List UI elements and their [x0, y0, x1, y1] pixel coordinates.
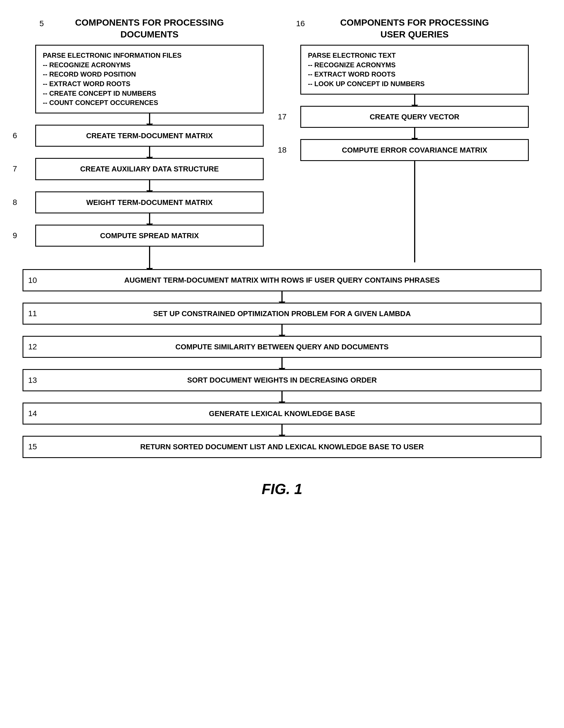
step17-label: 17 [278, 112, 287, 121]
full-width-section: 10 AUGMENT TERM-DOCUMENT MATRIX WITH ROW… [23, 269, 541, 458]
right-col-label: 16 [296, 19, 305, 28]
step8-label: 8 [13, 198, 17, 207]
arrow-11-12 [281, 325, 283, 336]
step11-box: SET UP CONSTRAINED OPTIMIZATION PROBLEM … [23, 303, 541, 325]
step12-label: 12 [28, 342, 37, 351]
step13-label: 13 [28, 376, 37, 385]
step10-wrapper: 10 AUGMENT TERM-DOCUMENT MATRIX WITH ROW… [23, 269, 541, 291]
left-box1-wrapper: PARSE ELECTRONIC INFORMATION FILES-- REC… [35, 45, 264, 113]
step7-wrapper: 7 CREATE AUXILIARY DATA STRUCTURE [35, 158, 264, 180]
arrow-left-1 [149, 113, 150, 125]
step10-box: AUGMENT TERM-DOCUMENT MATRIX WITH ROWS I… [23, 269, 541, 291]
step14-wrapper: 14 GENERATE LEXICAL KNOWLEDGE BASE [23, 403, 541, 425]
right-box1-wrapper: PARSE ELECTRONIC TEXT-- RECOGNIZE ACRONY… [300, 45, 529, 94]
arrow-left-4 [149, 213, 150, 225]
step11-wrapper: 11 SET UP CONSTRAINED OPTIMIZATION PROBL… [23, 303, 541, 325]
step18-wrapper: 18 COMPUTE ERROR COVARIANCE MATRIX [300, 139, 529, 161]
step8-box: WEIGHT TERM-DOCUMENT MATRIX [35, 191, 264, 213]
step6-wrapper: 6 CREATE TERM-DOCUMENT MATRIX [35, 125, 264, 147]
arrow-10-11 [281, 291, 283, 303]
step14-label: 14 [28, 409, 37, 418]
two-column-section: 5 COMPONENTS FOR PROCESSINGDOCUMENTS PAR… [23, 17, 541, 269]
left-column: 5 COMPONENTS FOR PROCESSINGDOCUMENTS PAR… [23, 17, 282, 269]
figure-caption: FIG. 1 [23, 481, 541, 497]
left-box1: PARSE ELECTRONIC INFORMATION FILES-- REC… [35, 45, 264, 113]
step12-wrapper: 12 COMPUTE SIMILARITY BETWEEN QUERY AND … [23, 336, 541, 358]
step18-label: 18 [278, 146, 287, 155]
step8-wrapper: 8 WEIGHT TERM-DOCUMENT MATRIX [35, 191, 264, 213]
right-column-title: COMPONENTS FOR PROCESSINGUSER QUERIES [313, 17, 516, 40]
left-column-title: COMPONENTS FOR PROCESSINGDOCUMENTS [48, 17, 251, 40]
step13-box: SORT DOCUMENT WEIGHTS IN DECREASING ORDE… [23, 369, 541, 391]
step6-label: 6 [13, 131, 17, 140]
step6-box: CREATE TERM-DOCUMENT MATRIX [35, 125, 264, 147]
right-box1: PARSE ELECTRONIC TEXT-- RECOGNIZE ACRONY… [300, 45, 529, 94]
arrow-left-3 [149, 180, 150, 191]
arrow-12-13 [281, 358, 283, 369]
step15-label: 15 [28, 442, 37, 451]
right-column: 16 COMPONENTS FOR PROCESSINGUSER QUERIES… [282, 17, 541, 269]
arrow-left-5 [149, 247, 150, 269]
left-col-label: 5 [39, 19, 44, 28]
step15-wrapper: 15 RETURN SORTED DOCUMENT LIST AND LEXIC… [23, 436, 541, 458]
arrow-13-14 [281, 391, 283, 403]
step17-wrapper: 17 CREATE QUERY VECTOR [300, 106, 529, 128]
step9-wrapper: 9 COMPUTE SPREAD MATRIX [35, 225, 264, 247]
step18-box: COMPUTE ERROR COVARIANCE MATRIX [300, 139, 529, 161]
step14-box: GENERATE LEXICAL KNOWLEDGE BASE [23, 403, 541, 425]
step15-box: RETURN SORTED DOCUMENT LIST AND LEXICAL … [23, 436, 541, 458]
arrow-right-2 [414, 128, 415, 139]
arrow-right-1 [414, 95, 415, 106]
step10-label: 10 [28, 276, 37, 285]
step9-box: COMPUTE SPREAD MATRIX [35, 225, 264, 247]
arrow-left-2 [149, 147, 150, 158]
arrow-14-15 [281, 425, 283, 436]
step12-box: COMPUTE SIMILARITY BETWEEN QUERY AND DOC… [23, 336, 541, 358]
step17-box: CREATE QUERY VECTOR [300, 106, 529, 128]
step13-wrapper: 13 SORT DOCUMENT WEIGHTS IN DECREASING O… [23, 369, 541, 391]
step11-label: 11 [28, 309, 37, 318]
step9-label: 9 [13, 231, 17, 240]
long-vertical-line-right [414, 161, 415, 262]
diagram-container: 5 COMPONENTS FOR PROCESSINGDOCUMENTS PAR… [23, 17, 541, 497]
step7-label: 7 [13, 164, 17, 173]
step7-box: CREATE AUXILIARY DATA STRUCTURE [35, 158, 264, 180]
